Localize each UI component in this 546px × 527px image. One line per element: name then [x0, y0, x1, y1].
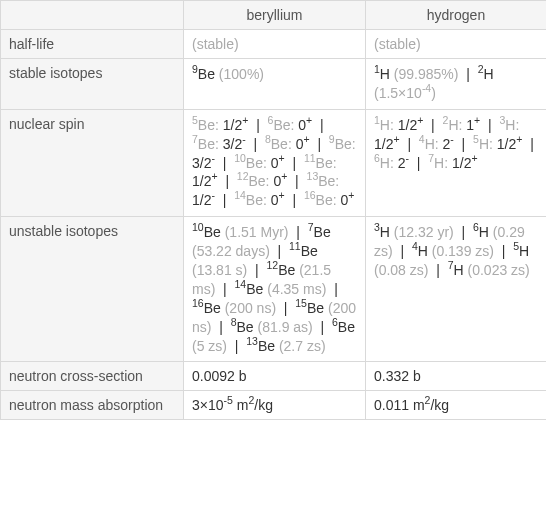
- row-nuclear-spin: nuclear spin 5Be: 1/2+ | 6Be: 0+ | 7Be: …: [1, 109, 547, 216]
- row-neutron-mass-absorption: neutron mass absorption 3×10-5 m2/kg 0.0…: [1, 391, 547, 420]
- value: (stable): [374, 36, 421, 52]
- label-unstable-isotopes: unstable isotopes: [1, 217, 184, 362]
- row-stable-isotopes: stable isotopes 9Be (100%) 1H (99.985%) …: [1, 59, 547, 110]
- row-unstable-isotopes: unstable isotopes 10Be (1.51 Myr) | 7Be …: [1, 217, 547, 362]
- row-half-life: half-life (stable) (stable): [1, 30, 547, 59]
- label-half-life: half-life: [1, 30, 184, 59]
- cell-unstable-isotopes-be: 10Be (1.51 Myr) | 7Be (53.22 days) | 11B…: [184, 217, 366, 362]
- cell-nuclear-spin-be: 5Be: 1/2+ | 6Be: 0+ | 7Be: 3/2- | 8Be: 0…: [184, 109, 366, 216]
- cell-neutron-ma-h: 0.011 m2/kg: [366, 391, 547, 420]
- label-stable-isotopes: stable isotopes: [1, 59, 184, 110]
- header-blank: [1, 1, 184, 30]
- cell-neutron-ma-be: 3×10-5 m2/kg: [184, 391, 366, 420]
- comparison-table: beryllium hydrogen half-life (stable) (s…: [0, 0, 546, 420]
- cell-neutron-cs-h: 0.332 b: [366, 362, 547, 391]
- value: (stable): [192, 36, 239, 52]
- label-neutron-ma: neutron mass absorption: [1, 391, 184, 420]
- header-beryllium: beryllium: [184, 1, 366, 30]
- label-nuclear-spin: nuclear spin: [1, 109, 184, 216]
- header-row: beryllium hydrogen: [1, 1, 547, 30]
- header-hydrogen: hydrogen: [366, 1, 547, 30]
- cell-half-life-h: (stable): [366, 30, 547, 59]
- cell-nuclear-spin-h: 1H: 1/2+ | 2H: 1+ | 3H: 1/2+ | 4H: 2- | …: [366, 109, 547, 216]
- label-neutron-cs: neutron cross-section: [1, 362, 184, 391]
- cell-neutron-cs-be: 0.0092 b: [184, 362, 366, 391]
- row-neutron-cross-section: neutron cross-section 0.0092 b 0.332 b: [1, 362, 547, 391]
- cell-stable-isotopes-h: 1H (99.985%) | 2H (1.5×10-4): [366, 59, 547, 110]
- cell-unstable-isotopes-h: 3H (12.32 yr) | 6H (0.29 zs) | 4H (0.139…: [366, 217, 547, 362]
- cell-half-life-be: (stable): [184, 30, 366, 59]
- cell-stable-isotopes-be: 9Be (100%): [184, 59, 366, 110]
